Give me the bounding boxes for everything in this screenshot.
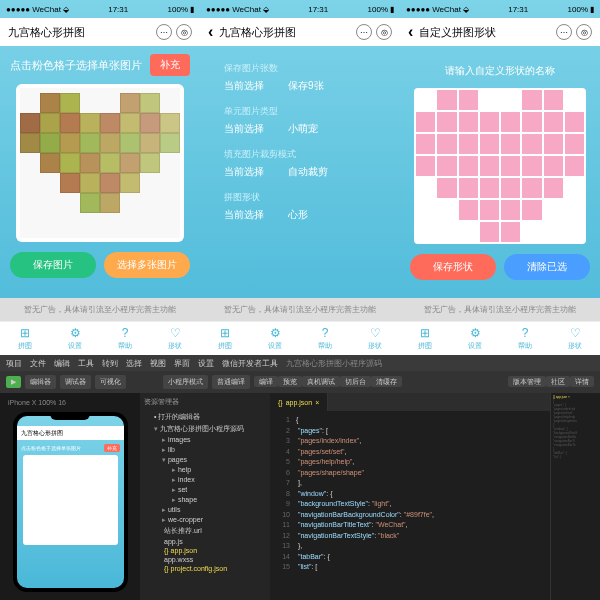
setting-group[interactable]: 保存图片张数当前选择保存9张: [224, 62, 376, 93]
menu-界面[interactable]: 界面: [174, 358, 190, 369]
compile-select[interactable]: 普通编译: [212, 375, 250, 389]
menu-视图[interactable]: 视图: [150, 358, 166, 369]
minimap[interactable]: {} app.json ×{ "pages": [ "pages/index/i…: [550, 393, 600, 600]
tab-设置[interactable]: ⚙设置: [450, 322, 500, 355]
menu-工具[interactable]: 工具: [78, 358, 94, 369]
save-shape-button[interactable]: 保存形状: [410, 254, 496, 280]
menu-编辑[interactable]: 编辑: [54, 358, 70, 369]
device-info[interactable]: iPhone X 100% 16: [4, 397, 136, 408]
ad-banner: 暂无广告，具体请引流至小程序完善主功能: [0, 298, 200, 321]
project-root[interactable]: 九宫格心形拼图小程序源码: [144, 423, 266, 435]
tab-设置[interactable]: ⚙设置: [50, 322, 100, 355]
setting-group[interactable]: 填充图片裁剪模式当前选择自动裁剪: [224, 148, 376, 179]
setting-group[interactable]: 单元图片类型当前选择小萌宠: [224, 105, 376, 136]
tab-帮助[interactable]: ?帮助: [500, 322, 550, 355]
tab-形状[interactable]: ♡形状: [550, 322, 600, 355]
fill-button[interactable]: 补充: [150, 54, 190, 76]
tab-拼图[interactable]: ⊞拼图: [400, 322, 450, 355]
back-button[interactable]: [408, 23, 413, 41]
tab-bar: ⊞拼图⚙设置?帮助♡形状: [0, 321, 200, 355]
close-icon[interactable]: ◎: [176, 24, 192, 40]
wechat-devtools-ide: 项目文件编辑工具转到选择视图界面设置微信开发者工具九宫格心形拼图小程序源码 ▶ …: [0, 355, 600, 600]
save-image-button[interactable]: 保存图片: [10, 252, 96, 278]
menu-微信开发者工具[interactable]: 微信开发者工具: [222, 358, 278, 369]
tab-设置[interactable]: ⚙设置: [250, 322, 300, 355]
back-button[interactable]: [208, 23, 213, 41]
menu-bar[interactable]: 项目文件编辑工具转到选择视图界面设置微信开发者工具九宫格心形拼图小程序源码: [0, 355, 600, 371]
simulator-panel: iPhone X 100% 16 九宫格心形拼图 点击粉色格子选择单张图片补充: [0, 393, 140, 600]
menu-文件[interactable]: 文件: [30, 358, 46, 369]
signal-icon: [6, 5, 30, 14]
menu-选择[interactable]: 选择: [126, 358, 142, 369]
editor-tab-appjson[interactable]: {} app.json ×: [270, 393, 328, 411]
shape-name-hint: 请输入自定义形状的名称: [410, 54, 590, 88]
file-explorer[interactable]: 资源管理器 • 打开的编辑器 九宫格心形拼图小程序源码 imageslibpag…: [140, 393, 270, 600]
simulator-toggle[interactable]: ▶: [6, 376, 21, 388]
heart-puzzle-grid[interactable]: [16, 84, 184, 242]
nav-bar: 九宫格心形拼图 ⋯◎: [0, 18, 200, 46]
status-bar: WeChat ⬙ 17:31 100% ▮: [0, 0, 200, 18]
phone-screen-3: WeChat ⬙17:31100% ▮ 自定义拼图形状 ⋯◎ 请输入自定义形状的…: [400, 0, 600, 355]
toolbar[interactable]: ▶ 编辑器 调试器 可视化 小程序模式 普通编译 编译预览真机调试切后台清缓存 …: [0, 371, 600, 393]
debugger-toggle[interactable]: 调试器: [60, 375, 91, 389]
editor-toggle[interactable]: 编辑器: [25, 375, 56, 389]
clear-shape-button[interactable]: 清除已选: [504, 254, 590, 280]
tab-拼图[interactable]: ⊞拼图: [200, 322, 250, 355]
settings-list: 保存图片张数当前选择保存9张单元图片类型当前选择小萌宠填充图片裁剪模式当前选择自…: [210, 54, 390, 242]
mode-select[interactable]: 小程序模式: [163, 375, 208, 389]
menu-转到[interactable]: 转到: [102, 358, 118, 369]
shape-editor-grid[interactable]: [414, 88, 586, 244]
phone-screen-2: WeChat ⬙17:31100% ▮ 九宫格心形拼图 ⋯◎ 保存图片张数当前选…: [200, 0, 400, 355]
simulator-frame[interactable]: 九宫格心形拼图 点击粉色格子选择单张图片补充: [13, 412, 128, 592]
tab-形状[interactable]: ♡形状: [350, 322, 400, 355]
tab-形状[interactable]: ♡形状: [150, 322, 200, 355]
page-title: 九宫格心形拼图: [8, 25, 150, 40]
code-editor[interactable]: {} app.json × 1{2 "pages": [3 "pages/ind…: [270, 393, 550, 600]
tab-拼图[interactable]: ⊞拼图: [0, 322, 50, 355]
hint-text: 点击粉色格子选择单张图片: [10, 58, 142, 73]
menu-设置[interactable]: 设置: [198, 358, 214, 369]
choose-images-button[interactable]: 选择多张图片: [104, 252, 190, 278]
phone-screen-1: WeChat ⬙ 17:31 100% ▮ 九宫格心形拼图 ⋯◎ 点击粉色格子选…: [0, 0, 200, 355]
setting-group[interactable]: 拼图形状当前选择心形: [224, 191, 376, 222]
menu-icon[interactable]: ⋯: [156, 24, 172, 40]
tab-帮助[interactable]: ?帮助: [100, 322, 150, 355]
tab-帮助[interactable]: ?帮助: [300, 322, 350, 355]
menu-项目[interactable]: 项目: [6, 358, 22, 369]
